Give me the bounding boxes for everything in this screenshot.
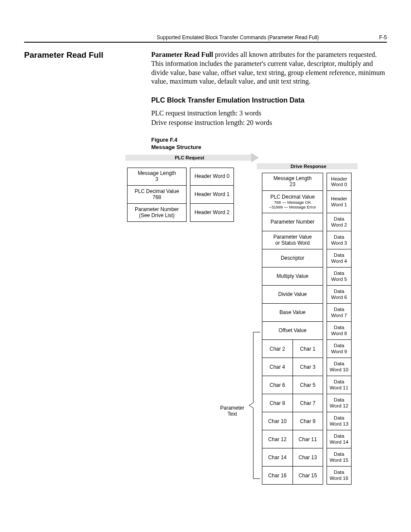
plc-left-cell: Message Length3 xyxy=(127,168,187,186)
char-cell: Char 10 xyxy=(262,412,293,430)
figure-caption: Figure F.4 Message Structure xyxy=(151,137,387,151)
char-row: Char 4Char 3 xyxy=(262,358,323,376)
char-cell: Char 3 xyxy=(293,358,324,376)
char-cell: Char 7 xyxy=(293,394,324,412)
body-text: PLC request instruction length: 3 words … xyxy=(151,109,387,127)
resp-right-cell: DataWord 10 xyxy=(327,358,352,376)
resp-right-cell: HeaderWord 1 xyxy=(327,191,352,213)
char-cell: Char 16 xyxy=(262,467,293,485)
resp-right-cell: DataWord 14 xyxy=(327,430,352,448)
resp-left-cell: Parameter Valueor Status Word xyxy=(262,231,323,249)
char-row: Char 6Char 5 xyxy=(262,376,323,394)
figure-number: Figure F.4 xyxy=(151,137,387,144)
resp-right-cell: DataWord 13 xyxy=(327,412,352,430)
char-cell: Char 11 xyxy=(293,430,324,448)
char-cell: Char 13 xyxy=(293,448,324,467)
breadcrumb: Supported Emulated Block Transfer Comman… xyxy=(157,34,319,40)
arrow-icon xyxy=(251,153,259,162)
resp-left-cell: Parameter Number xyxy=(262,213,323,231)
plc-right-column: Header Word 0Header Word 1Header Word 2 xyxy=(190,168,234,222)
drive-response-title: Drive Response xyxy=(261,164,356,169)
resp-right-cell: DataWord 6 xyxy=(327,286,352,304)
char-cell: Char 9 xyxy=(293,412,324,430)
resp-right-column: HeaderWord 0HeaderWord 1DataWord 2DataWo… xyxy=(327,173,352,485)
char-cell: Char 1 xyxy=(293,340,324,358)
resp-right-cell: DataWord 12 xyxy=(327,394,352,412)
resp-right-cell: DataWord 7 xyxy=(327,304,352,322)
char-cell: Char 2 xyxy=(262,340,293,358)
figure-title: Message Structure xyxy=(151,144,387,151)
parameter-text-label: Parameter Text xyxy=(220,405,244,417)
resp-right-cell: DataWord 5 xyxy=(327,268,352,286)
page-number: F-5 xyxy=(379,34,387,40)
char-row: Char 10Char 9 xyxy=(262,412,323,430)
char-row: Char 8Char 7 xyxy=(262,394,323,412)
plc-right-cell: Header Word 2 xyxy=(190,204,234,222)
plc-right-cell: Header Word 1 xyxy=(190,186,234,204)
resp-right-cell: HeaderWord 0 xyxy=(327,173,352,191)
body-line: PLC request instruction length: 3 words xyxy=(151,109,387,118)
subheading: PLC Block Transfer Emulation Instruction… xyxy=(151,96,387,104)
body-line: Drive response instruction length: 20 wo… xyxy=(151,118,387,128)
plc-left-cell: Parameter Number(See Drive List) xyxy=(127,204,187,222)
resp-right-cell: DataWord 15 xyxy=(327,448,352,467)
char-cell: Char 4 xyxy=(262,358,293,376)
resp-left-cell: Multiply Value xyxy=(262,268,323,286)
resp-left-cell: Offset Value xyxy=(262,322,323,340)
char-row: Char 16Char 15 xyxy=(262,467,323,485)
char-cell: Char 5 xyxy=(293,376,324,394)
resp-right-cell: DataWord 9 xyxy=(327,340,352,358)
char-cell: Char 12 xyxy=(262,430,293,448)
plc-left-column: Message Length3PLC Decimal Value768Param… xyxy=(127,168,187,222)
resp-right-cell: DataWord 4 xyxy=(327,249,352,268)
section-title: Parameter Read Full xyxy=(24,50,134,60)
bracket-icon xyxy=(248,331,261,480)
plc-request-title: PLC Request xyxy=(127,155,252,160)
char-row: Char 12Char 11 xyxy=(262,430,323,448)
resp-left-cell: Base Value xyxy=(262,304,323,322)
resp-left-cell: PLC Decimal Value768 — Message OK–31999 … xyxy=(262,191,323,213)
char-cell: Char 8 xyxy=(262,394,293,412)
plc-left-cell: PLC Decimal Value768 xyxy=(127,186,187,204)
message-structure-diagram: PLC Request Drive Response Message Lengt… xyxy=(151,155,387,491)
resp-left-cell: Descriptor xyxy=(262,249,323,268)
resp-right-cell: DataWord 16 xyxy=(327,467,352,485)
char-cell: Char 15 xyxy=(293,467,324,485)
resp-right-cell: DataWord 3 xyxy=(327,231,352,249)
resp-left-cell: Message Length23 xyxy=(262,173,323,191)
plc-request-block: Message Length3PLC Decimal Value768Param… xyxy=(127,168,234,222)
resp-left-cell: Divide Value xyxy=(262,286,323,304)
page-header: Supported Emulated Block Transfer Comman… xyxy=(24,34,387,43)
intro-bold: Parameter Read Full xyxy=(151,51,213,58)
resp-right-cell: DataWord 2 xyxy=(327,213,352,231)
resp-right-cell: DataWord 11 xyxy=(327,376,352,394)
char-row: Char 2Char 1 xyxy=(262,340,323,358)
char-cell: Char 6 xyxy=(262,376,293,394)
plc-right-cell: Header Word 0 xyxy=(190,168,234,186)
resp-left-column: Message Length23PLC Decimal Value768 — M… xyxy=(262,173,323,485)
drive-response-block: Message Length23PLC Decimal Value768 — M… xyxy=(262,173,352,485)
char-row: Char 14Char 13 xyxy=(262,448,323,467)
char-cell: Char 14 xyxy=(262,448,293,467)
resp-right-cell: DataWord 8 xyxy=(327,322,352,340)
intro-paragraph: Parameter Read Full provides all known a… xyxy=(151,50,387,86)
